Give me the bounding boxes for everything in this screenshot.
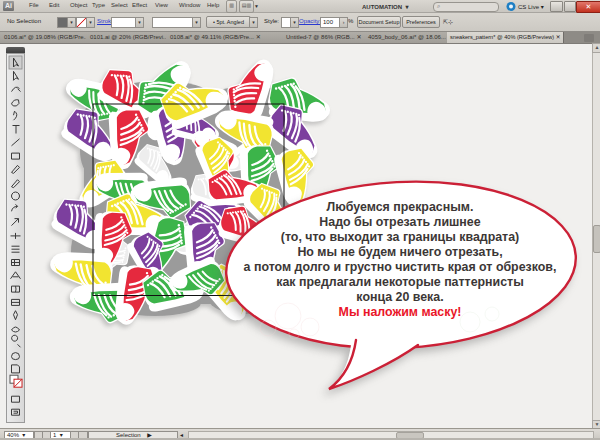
svg-text:(то, что выходит за границы кв: (то, что выходит за границы квадрата) — [281, 230, 519, 244]
svg-text:Но мы не будем ничего отрезать: Но мы не будем ничего отрезать, — [297, 245, 502, 259]
svg-text:Надо бы отрезать лишнее: Надо бы отрезать лишнее — [319, 215, 480, 229]
svg-text:Любуемся прекрасным.: Любуемся прекрасным. — [327, 200, 474, 214]
svg-text:а потом долго и грустно чистит: а потом долго и грустно чистить края от … — [244, 260, 557, 274]
svg-text:как предлагали некоторые патте: как предлагали некоторые паттернисты — [276, 275, 524, 289]
svg-text:конца 20 века.: конца 20 века. — [356, 290, 443, 304]
svg-text:Мы наложим маску!: Мы наложим маску! — [339, 305, 462, 319]
